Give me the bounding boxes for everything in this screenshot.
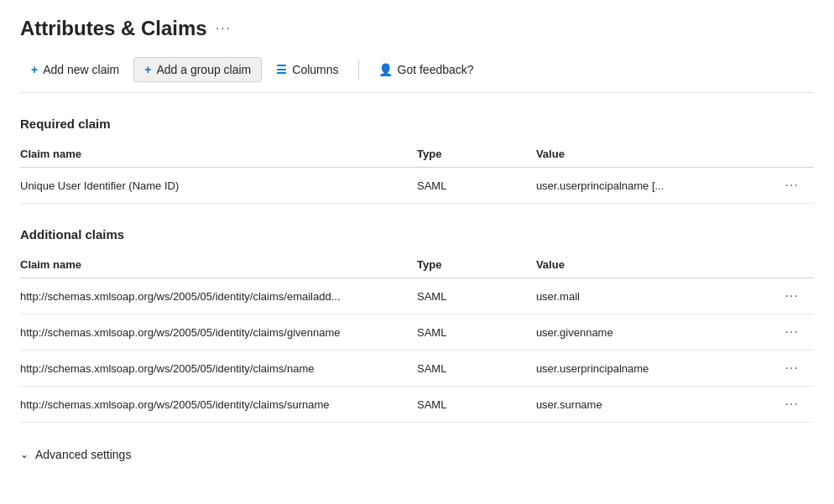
additional-col-claim-name: Claim name xyxy=(20,252,417,278)
page-title: Attributes & Claims xyxy=(20,17,207,40)
claim-value-cell: user.givenname xyxy=(536,314,774,351)
required-col-value: Value xyxy=(536,141,774,168)
toolbar-divider xyxy=(358,60,359,80)
chevron-down-icon: ⌄ xyxy=(20,449,29,460)
claim-value-cell: user.surname xyxy=(536,387,774,423)
row-ellipsis-button[interactable]: ··· xyxy=(780,395,804,413)
required-col-actions xyxy=(774,141,814,168)
claim-value-cell: user.userprincipalname xyxy=(536,351,774,387)
claim-name-cell: http://schemas.xmlsoap.org/ws/2005/05/id… xyxy=(20,351,417,387)
row-ellipsis-button[interactable]: ··· xyxy=(780,323,804,341)
claim-name-cell: http://schemas.xmlsoap.org/ws/2005/05/id… xyxy=(20,278,417,314)
plus-icon: + xyxy=(31,63,38,76)
table-row: Unique User Identifier (Name ID) SAML us… xyxy=(20,168,814,204)
columns-button[interactable]: ☰ Columns xyxy=(265,57,349,82)
row-ellipsis-button[interactable]: ··· xyxy=(780,176,804,195)
claim-actions-cell: ··· xyxy=(774,168,814,204)
feedback-icon: 👤 xyxy=(378,63,393,76)
row-ellipsis-button[interactable]: ··· xyxy=(780,359,804,377)
table-row: http://schemas.xmlsoap.org/ws/2005/05/id… xyxy=(20,278,814,314)
add-new-claim-label: Add new claim xyxy=(43,63,119,76)
required-claim-section: Required claim Claim name Type Value Uni… xyxy=(20,113,814,204)
additional-claims-title: Additional claims xyxy=(20,224,814,245)
required-claim-title: Required claim xyxy=(20,113,814,134)
claim-name-cell: http://schemas.xmlsoap.org/ws/2005/05/id… xyxy=(20,387,417,423)
additional-claims-table: Claim name Type Value http://schemas.xml… xyxy=(20,252,814,423)
claim-type-cell: SAML xyxy=(417,351,536,387)
claim-type-cell: SAML xyxy=(417,387,536,423)
required-col-claim-name: Claim name xyxy=(20,141,417,168)
add-group-claim-button[interactable]: + Add a group claim xyxy=(133,57,262,82)
page-header: Attributes & Claims ··· xyxy=(20,17,814,40)
table-row: http://schemas.xmlsoap.org/ws/2005/05/id… xyxy=(20,387,814,423)
claim-value-cell: user.mail xyxy=(536,278,774,314)
feedback-label: Got feedback? xyxy=(398,63,474,76)
claim-type-cell: SAML xyxy=(417,278,536,314)
more-options-icon[interactable]: ··· xyxy=(216,21,232,36)
table-row: http://schemas.xmlsoap.org/ws/2005/05/id… xyxy=(20,314,814,351)
columns-icon: ☰ xyxy=(276,63,287,76)
plus-icon-group: + xyxy=(144,63,151,76)
add-group-claim-label: Add a group claim xyxy=(156,63,251,76)
additional-col-value: Value xyxy=(536,252,774,278)
claim-value-cell: user.userprincipalname [... xyxy=(536,168,774,204)
claim-actions-cell: ··· xyxy=(774,351,814,387)
table-row: http://schemas.xmlsoap.org/ws/2005/05/id… xyxy=(20,351,814,387)
required-claim-header-row: Claim name Type Value xyxy=(20,141,814,168)
claim-actions-cell: ··· xyxy=(774,278,814,314)
claim-name-cell: Unique User Identifier (Name ID) xyxy=(20,168,417,204)
claim-name-cell: http://schemas.xmlsoap.org/ws/2005/05/id… xyxy=(20,314,417,351)
additional-claim-header-row: Claim name Type Value xyxy=(20,252,814,278)
additional-col-type: Type xyxy=(417,252,536,278)
toolbar: + Add new claim + Add a group claim ☰ Co… xyxy=(20,57,814,93)
claim-actions-cell: ··· xyxy=(774,314,814,351)
claim-actions-cell: ··· xyxy=(774,387,814,423)
claim-type-cell: SAML xyxy=(417,168,536,204)
claim-type-cell: SAML xyxy=(417,314,536,351)
feedback-button[interactable]: 👤 Got feedback? xyxy=(367,57,485,82)
additional-col-actions xyxy=(774,252,814,278)
required-col-type: Type xyxy=(417,141,536,168)
row-ellipsis-button[interactable]: ··· xyxy=(780,287,804,305)
advanced-settings-toggle[interactable]: ⌄ Advanced settings xyxy=(20,443,814,466)
required-claim-table: Claim name Type Value Unique User Identi… xyxy=(20,141,814,204)
columns-label: Columns xyxy=(292,63,338,76)
additional-claims-section: Additional claims Claim name Type Value … xyxy=(20,224,814,423)
advanced-settings-label: Advanced settings xyxy=(35,448,131,461)
add-new-claim-button[interactable]: + Add new claim xyxy=(20,57,130,82)
